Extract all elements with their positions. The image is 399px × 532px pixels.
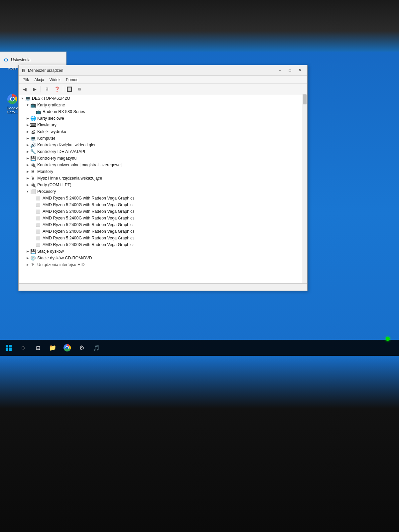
- settings-taskbar-button[interactable]: ⚙: [74, 340, 89, 355]
- toolbar-sep-2: [63, 86, 63, 92]
- tree-item-monitory[interactable]: ▶ 🖥 Monitory: [19, 168, 302, 175]
- tree-view[interactable]: ▼ 💻 DESKTOP-M61I42O ▼ 📺 Karty graficzne …: [19, 94, 302, 283]
- klawiatury-label: Klawiatury: [37, 123, 57, 127]
- karty-sieciowe-icon: 🌐: [30, 115, 36, 121]
- mysz-label: Mysz i inne urządzenia wskazujące: [37, 176, 102, 181]
- tree-item-kontrolery-dzwieku[interactable]: ▶ 🔊 Kontrolery dźwięku, wideo i gier: [19, 142, 302, 148]
- tree-item-procesory[interactable]: ▼ ⬜ Procesory: [19, 188, 302, 195]
- settings-icon: ⚙: [4, 57, 8, 63]
- tree-item-stacje-cdrom[interactable]: ▶ 💿 Stacje dysków CD-ROM/DVD: [19, 255, 302, 261]
- tree-item-mysz[interactable]: ▶ 🖱 Mysz i inne urządzenia wskazujące: [19, 175, 302, 182]
- tree-item-cpu2[interactable]: ⬜ AMD Ryzen 5 2400G with Radeon Vega Gra…: [19, 201, 302, 208]
- scan-button[interactable]: 🔲: [65, 85, 74, 93]
- svg-rect-5: [6, 348, 8, 351]
- cpu6-icon: ⬜: [35, 228, 41, 234]
- klawiatury-icon: ⌨: [30, 122, 36, 128]
- porty-label: Porty (COM i LPT): [37, 183, 71, 187]
- menubar: Plik Akcja Widok Pomoc: [19, 76, 307, 84]
- tree-item-kontrolery-ide[interactable]: ▶ 🔧 Kontrolery IDE ATA/ATAPI: [19, 148, 302, 155]
- tree-item-cpu4[interactable]: ⬜ AMD Ryzen 5 2400G with Radeon Vega Gra…: [19, 215, 302, 221]
- minimize-button[interactable]: −: [275, 67, 285, 74]
- tree-item-porty[interactable]: ▶ 🔌 Porty (COM i LPT): [19, 182, 302, 188]
- tree-item-radeon-rx580[interactable]: 📺 Radeon RX 580 Series: [19, 108, 302, 115]
- tree-item-cpu1[interactable]: ⬜ AMD Ryzen 5 2400G with Radeon Vega Gra…: [19, 195, 302, 201]
- scrollbar[interactable]: [302, 94, 307, 283]
- komputer-icon: 💻: [30, 135, 36, 141]
- window-title: Menedżer urządzeń: [28, 68, 63, 73]
- procesory-label: Procesory: [37, 189, 56, 194]
- restore-button[interactable]: □: [285, 67, 295, 74]
- monitory-icon: 🖥: [30, 169, 36, 175]
- tree-item-karty-graficzne[interactable]: ▼ 📺 Karty graficzne: [19, 102, 302, 108]
- properties-button[interactable]: 🖥: [42, 85, 52, 93]
- hid-icon: 🖱: [30, 262, 36, 268]
- tree-item-kontrolery-usb[interactable]: ▶ 🔌 Kontrolery uniwersalnej magistrali s…: [19, 162, 302, 168]
- cpu2-label: AMD Ryzen 5 2400G with Radeon Vega Graph…: [43, 202, 135, 207]
- titlebar-controls: − □ ✕: [275, 67, 305, 74]
- cdrom-icon: 💿: [30, 255, 36, 261]
- expand-root-icon: ▼: [20, 96, 25, 101]
- tree-item-cpu6[interactable]: ⬜ AMD Ryzen 5 2400G with Radeon Vega Gra…: [19, 228, 302, 235]
- cpu8-label: AMD Ryzen 5 2400G with Radeon Vega Graph…: [43, 242, 135, 247]
- tree-item-karty-sieciowe[interactable]: ▶ 🌐 Karty sieciowe: [19, 115, 302, 122]
- chrome-taskbar-button[interactable]: [60, 340, 74, 355]
- menu-pomoc[interactable]: Pomoc: [63, 76, 81, 83]
- usb-icon: 🔌: [30, 162, 36, 168]
- tree-item-cpu5[interactable]: ⬜ AMD Ryzen 5 2400G with Radeon Vega Gra…: [19, 221, 302, 228]
- file-explorer-button[interactable]: 📁: [45, 340, 60, 355]
- karty-graficzne-label: Karty graficzne: [37, 103, 65, 107]
- svg-rect-6: [9, 348, 12, 351]
- task-view-button[interactable]: ⊟: [31, 340, 45, 355]
- cpu3-label: AMD Ryzen 5 2400G with Radeon Vega Graph…: [43, 209, 135, 214]
- tree-item-klawiatury[interactable]: ▶ ⌨ Klawiatury: [19, 122, 302, 128]
- tree-item-cpu3[interactable]: ⬜ AMD Ryzen 5 2400G with Radeon Vega Gra…: [19, 208, 302, 215]
- back-button[interactable]: ◀: [20, 85, 29, 93]
- magazyn-icon: 💾: [30, 155, 36, 161]
- cpu6-label: AMD Ryzen 5 2400G with Radeon Vega Graph…: [43, 229, 135, 234]
- device-manager-window: 🖥 Menedżer urządzeń − □ ✕ Plik Akcja Wid…: [18, 65, 308, 291]
- tree-item-kolejki-wydruku[interactable]: ▶ 🖨 Kolejki wydruku: [19, 128, 302, 135]
- tree-item-cpu8[interactable]: ⬜ AMD Ryzen 5 2400G with Radeon Vega Gra…: [19, 241, 302, 248]
- svg-point-9: [66, 347, 68, 349]
- svg-rect-4: [9, 345, 12, 347]
- settings-title: Ustawienia: [11, 58, 31, 62]
- scrollbar-thumb[interactable]: [303, 94, 307, 104]
- devmgr-button[interactable]: 🖥: [74, 85, 84, 93]
- svg-point-2: [11, 97, 14, 101]
- toolbar-sep-1: [41, 86, 41, 92]
- menu-plik[interactable]: Plik: [20, 76, 32, 83]
- toolbar: ◀ ▶ 🖥 ❓ 🔲 🖥: [19, 84, 307, 94]
- cpu3-icon: ⬜: [35, 208, 41, 214]
- stacje-label: Stacje dysków: [37, 249, 64, 254]
- expand-procesory-icon: ▼: [25, 189, 30, 194]
- menu-widok[interactable]: Widok: [47, 76, 63, 83]
- tree-item-cpu7[interactable]: ⬜ AMD Ryzen 5 2400G with Radeon Vega Gra…: [19, 235, 302, 241]
- cpu1-icon: ⬜: [35, 195, 41, 201]
- help-button[interactable]: ❓: [52, 85, 62, 93]
- komputer-label: Komputer: [37, 136, 55, 141]
- start-button[interactable]: [1, 340, 16, 355]
- titlebar-left: 🖥 Menedżer urządzeń: [21, 68, 63, 73]
- media-button[interactable]: 🎵: [89, 340, 104, 355]
- mysz-icon: 🖱: [30, 175, 36, 181]
- content-area: ▼ 💻 DESKTOP-M61I42O ▼ 📺 Karty graficzne …: [19, 94, 307, 283]
- tree-item-komputer[interactable]: ▶ 💻 Komputer: [19, 135, 302, 142]
- file-explorer-icon: 📁: [49, 344, 56, 351]
- tree-item-kontrolery-magazynu[interactable]: ▶ 💾 Kontrolery magazynu: [19, 155, 302, 162]
- porty-icon: 🔌: [30, 182, 36, 188]
- computer-name: DESKTOP-M61I42O: [32, 96, 70, 101]
- tree-item-hid[interactable]: ▶ 🖱 Urządzenia interfejsu HID: [19, 261, 302, 268]
- bottom-dark-overlay: [0, 356, 399, 532]
- expand-magazyn-icon: ▶: [25, 156, 30, 161]
- svg-rect-3: [6, 345, 8, 347]
- forward-button[interactable]: ▶: [30, 85, 39, 93]
- ide-label: Kontrolery IDE ATA/ATAPI: [37, 149, 85, 154]
- cpu7-label: AMD Ryzen 5 2400G with Radeon Vega Graph…: [43, 236, 135, 240]
- tree-root-computer[interactable]: ▼ 💻 DESKTOP-M61I42O: [19, 95, 302, 102]
- tree-item-stacje-dyskow[interactable]: ▶ 💾 Stacje dysków: [19, 248, 302, 255]
- expand-kolejki-icon: ▶: [25, 129, 30, 134]
- search-button[interactable]: ○: [16, 340, 31, 355]
- menu-akcja[interactable]: Akcja: [32, 76, 47, 83]
- expand-karty-sieciowe-icon: ▶: [25, 116, 30, 121]
- close-button[interactable]: ✕: [295, 67, 305, 74]
